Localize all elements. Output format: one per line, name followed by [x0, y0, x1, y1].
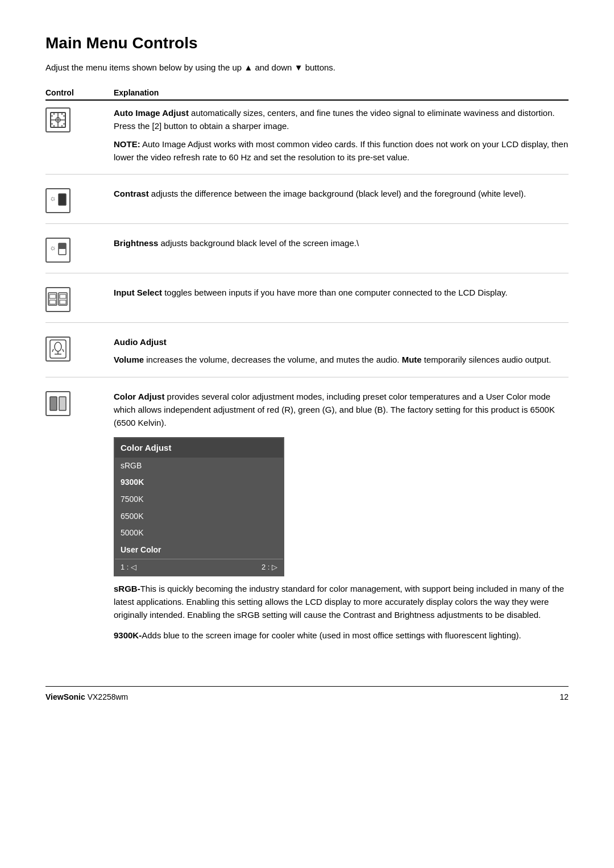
- audio-adjust-title: Audio Adjust: [114, 335, 569, 348]
- intro-text: Adjust the menu items shown below by usi…: [45, 63, 569, 72]
- svg-text:☼: ☼: [49, 243, 56, 252]
- auto-image-adjust-icon-cell: [45, 106, 114, 132]
- color-adjust-menu-footer: 1 : ◁ 2 : ▷: [115, 559, 283, 575]
- footer-model: VX2258wm: [88, 692, 128, 701]
- svg-rect-24: [50, 340, 66, 358]
- contrast-icon: ☼: [45, 188, 70, 213]
- color-adjust-icon: [45, 391, 70, 416]
- color-svg: [49, 395, 67, 412]
- svg-rect-30: [50, 397, 57, 410]
- contrast-icon-cell: ☼: [45, 187, 114, 213]
- table-row: Audio Adjust Volume increases the volume…: [45, 335, 569, 377]
- color-menu-5000k: 5000K: [115, 525, 283, 542]
- table-row: Input Select toggles between inputs if y…: [45, 286, 569, 323]
- input-select-para: Input Select toggles between inputs if y…: [114, 286, 569, 299]
- table-header: Control Explanation: [45, 88, 569, 101]
- auto-image-svg: [49, 111, 67, 128]
- svg-line-29: [63, 349, 64, 352]
- color-menu-7500k: 7500K: [115, 491, 283, 508]
- auto-image-para2: NOTE: Auto Image Adjust works with most …: [114, 138, 569, 164]
- down-arrow-icon: [294, 63, 303, 72]
- color-adjust-explanation: Color Adjust provides several color adju…: [114, 390, 569, 642]
- svg-rect-31: [59, 397, 66, 410]
- table-row: ☼ Brightness adjusts background black le…: [45, 236, 569, 273]
- table-row: Color Adjust provides several color adju…: [45, 390, 569, 652]
- brightness-icon-cell: ☼: [45, 236, 114, 263]
- color-adjust-menu-title: Color Adjust: [115, 438, 283, 457]
- color-adjust-menu: Color Adjust sRGB 9300K 7500K 6500K 5000…: [114, 437, 284, 576]
- color-menu-srgb: sRGB: [115, 458, 283, 475]
- brightness-explanation: Brightness adjusts background black leve…: [114, 236, 569, 250]
- color-adjust-icon-cell: [45, 390, 114, 416]
- audio-adjust-icon: [45, 337, 70, 362]
- svg-rect-17: [59, 243, 66, 249]
- contrast-explanation: Contrast adjusts the difference between …: [114, 187, 569, 200]
- footer-bar: ViewSonic VX2258wm 12: [45, 686, 569, 701]
- contrast-para: Contrast adjusts the difference between …: [114, 187, 569, 200]
- contrast-svg: ☼: [49, 192, 67, 210]
- svg-rect-20: [49, 300, 56, 304]
- svg-line-28: [52, 349, 53, 352]
- table-row: ☼ Contrast adjusts the difference betwee…: [45, 187, 569, 224]
- col-control-header: Control: [45, 88, 114, 97]
- footer-btn-2: 2 : ▷: [262, 562, 277, 573]
- footer-brand: ViewSonic: [45, 692, 85, 701]
- brightness-para: Brightness adjusts background black leve…: [114, 236, 569, 250]
- footer-btn-1: 1 : ◁: [121, 562, 136, 573]
- input-select-explanation: Input Select toggles between inputs if y…: [114, 286, 569, 299]
- audio-adjust-para: Volume increases the volume, decreases t…: [114, 353, 569, 366]
- brightness-icon: ☼: [45, 238, 70, 263]
- col-explanation-header: Explanation: [114, 88, 159, 97]
- auto-image-adjust-icon: [45, 107, 70, 132]
- auto-image-adjust-explanation: Auto Image Adjust automatically sizes, c…: [114, 106, 569, 164]
- audio-adjust-explanation: Audio Adjust Volume increases the volume…: [114, 335, 569, 367]
- color-adjust-para: Color Adjust provides several color adju…: [114, 390, 569, 430]
- audio-adjust-icon-cell: [45, 335, 114, 362]
- srgb-description: sRGB-This is quickly becoming the indust…: [114, 582, 569, 622]
- svg-rect-19: [49, 294, 56, 298]
- 9300k-description: 9300K-Adds blue to the screen image for …: [114, 629, 569, 642]
- input-select-icon-cell: [45, 286, 114, 312]
- svg-rect-22: [60, 294, 66, 298]
- svg-rect-13: [59, 194, 66, 205]
- page-title: Main Menu Controls: [45, 34, 569, 52]
- up-arrow-icon: [244, 63, 252, 72]
- footer-page-number: 12: [559, 692, 569, 701]
- footer-brand-model: ViewSonic VX2258wm: [45, 692, 128, 701]
- svg-text:☼: ☼: [49, 194, 56, 202]
- table-row: Auto Image Adjust automatically sizes, c…: [45, 106, 569, 175]
- color-menu-user-color: User Color: [115, 542, 283, 559]
- input-select-icon: [45, 287, 70, 312]
- svg-rect-23: [60, 300, 66, 304]
- auto-image-para1: Auto Image Adjust automatically sizes, c…: [114, 106, 569, 133]
- input-select-svg: [48, 291, 68, 308]
- color-menu-9300k: 9300K: [115, 474, 283, 491]
- audio-svg: [49, 339, 67, 359]
- svg-point-25: [55, 342, 61, 351]
- color-menu-6500k: 6500K: [115, 508, 283, 525]
- brightness-svg: ☼: [49, 241, 67, 259]
